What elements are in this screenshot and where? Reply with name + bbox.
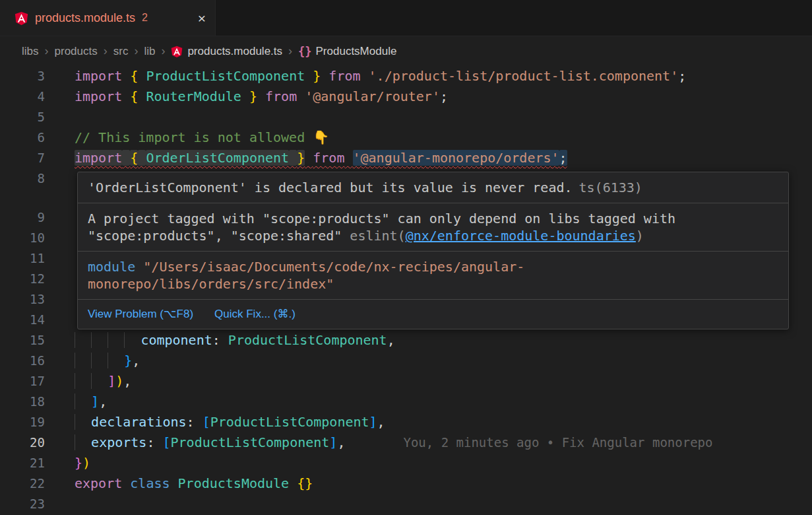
code-line[interactable]: 5 bbox=[0, 107, 812, 127]
code-content: ], bbox=[75, 392, 107, 412]
chevron-right-icon: › bbox=[161, 44, 165, 58]
code-line[interactable]: 7import { OrderListComponent } from '@an… bbox=[0, 148, 812, 168]
chevron-right-icon: › bbox=[134, 44, 138, 58]
code-content: declarations: [ProductListComponent], bbox=[75, 412, 385, 432]
code-token: // This import is not allowed bbox=[75, 129, 313, 145]
line-number[interactable]: 4 bbox=[0, 86, 45, 107]
line-number[interactable]: 7 bbox=[0, 148, 45, 168]
code-content: }, bbox=[75, 351, 140, 371]
code-token: ] bbox=[329, 434, 337, 450]
line-number[interactable]: 16 bbox=[0, 351, 45, 371]
code-line[interactable]: 4import { RouterModule } from '@angular/… bbox=[0, 86, 812, 107]
code-token: ) bbox=[82, 455, 90, 471]
code-content: export class ProductsModule {} bbox=[75, 473, 313, 494]
diagnostics-hover-popup: 'OrderListComponent' is declared but its… bbox=[77, 172, 789, 329]
module-info-line2: monorepo/libs/orders/src/index" bbox=[88, 275, 778, 292]
breadcrumb-item-lib[interactable]: lib bbox=[144, 45, 155, 58]
line-number[interactable]: 22 bbox=[0, 473, 45, 494]
code-token bbox=[122, 475, 130, 491]
indent-guide bbox=[108, 353, 124, 368]
line-number[interactable]: 18 bbox=[0, 392, 45, 412]
line-number[interactable]: 23 bbox=[0, 494, 45, 514]
module-quickinfo: module "/Users/isaac/Documents/code/nx-r… bbox=[78, 252, 788, 300]
editor[interactable]: 3import { ProductListComponent } from '.… bbox=[0, 66, 812, 515]
code-token: '@angular-monorepo/orders' bbox=[353, 150, 559, 166]
code-line[interactable]: 17 ]), bbox=[0, 371, 812, 392]
code-token: '@angular/router' bbox=[305, 88, 440, 104]
code-line[interactable]: 20 exports: [ProductListComponent],You, … bbox=[0, 432, 812, 453]
code-token: export bbox=[75, 475, 122, 491]
code-token: ] bbox=[91, 394, 99, 409]
tab-bar: products.module.ts 2 × bbox=[0, 0, 812, 36]
line-number[interactable]: 13 bbox=[0, 289, 45, 310]
code-token: component bbox=[141, 332, 212, 348]
line-number[interactable]: 19 bbox=[0, 412, 45, 432]
indent-guide bbox=[75, 394, 91, 409]
breadcrumb-item-symbol[interactable]: ProductsModule bbox=[316, 45, 397, 58]
line-number[interactable]: 6 bbox=[0, 127, 45, 148]
line-number[interactable]: 10 bbox=[0, 228, 45, 248]
line-number[interactable]: 5 bbox=[0, 107, 45, 127]
code-token: } bbox=[75, 455, 82, 471]
line-number[interactable]: 9 bbox=[0, 207, 45, 228]
code-token: : bbox=[187, 414, 203, 430]
code-token bbox=[170, 475, 178, 491]
code-content: // This import is not allowed 👇 bbox=[75, 127, 329, 148]
tab-title: products.module.ts bbox=[35, 11, 135, 25]
code-token bbox=[122, 68, 130, 84]
breadcrumb-item-src[interactable]: src bbox=[113, 45, 129, 58]
code-token: './product-list/product-list.component' bbox=[369, 68, 679, 84]
code-line[interactable]: 23 bbox=[0, 494, 812, 514]
eslint-rule-link[interactable]: @nx/enforce-module-boundaries bbox=[406, 228, 636, 244]
line-number[interactable]: 15 bbox=[0, 330, 45, 351]
breadcrumb-item-products[interactable]: products bbox=[55, 45, 98, 58]
line-number[interactable]: 12 bbox=[0, 269, 45, 289]
code-token: { bbox=[130, 88, 138, 104]
code-token: RouterModule bbox=[146, 88, 241, 104]
code-line[interactable]: 21}) bbox=[0, 453, 812, 473]
code-content: ]), bbox=[75, 371, 131, 392]
code-token bbox=[257, 88, 265, 104]
diagnostic-ts-unused: 'OrderListComponent' is declared but its… bbox=[78, 172, 788, 203]
view-problem-button[interactable]: View Problem (⌥F8) bbox=[88, 306, 193, 323]
tab-problem-count-badge: 2 bbox=[142, 12, 148, 24]
line-number[interactable]: 3 bbox=[0, 66, 45, 86]
code-token: ProductListComponent bbox=[228, 332, 387, 348]
breadcrumb-item-file[interactable]: products.module.ts bbox=[187, 45, 282, 58]
code-token: ] bbox=[369, 414, 377, 430]
code-line[interactable]: 15 component: ProductListComponent, bbox=[0, 330, 812, 351]
diagnostic-source-prefix: eslint( bbox=[350, 228, 405, 244]
code-token: , bbox=[132, 353, 140, 368]
code-token: } bbox=[305, 475, 313, 491]
quick-fix-button[interactable]: Quick Fix... (⌘.) bbox=[214, 306, 296, 323]
chevron-right-icon: › bbox=[45, 44, 49, 58]
code-line[interactable]: 19 declarations: [ProductListComponent], bbox=[0, 412, 812, 432]
line-number[interactable]: 8 bbox=[0, 168, 45, 189]
chevron-right-icon: › bbox=[104, 44, 108, 58]
code-token: } bbox=[249, 88, 257, 104]
code-token: ProductListComponent bbox=[146, 68, 305, 84]
line-number[interactable]: 14 bbox=[0, 310, 45, 330]
code-content: }) bbox=[75, 453, 90, 473]
breadcrumb-item-libs[interactable]: libs bbox=[22, 45, 39, 58]
code-line[interactable]: 16 }, bbox=[0, 351, 812, 371]
code-token: , bbox=[337, 434, 345, 450]
code-token bbox=[289, 150, 297, 166]
close-icon[interactable]: × bbox=[198, 11, 206, 25]
line-number[interactable]: 11 bbox=[0, 248, 45, 269]
code-line[interactable]: 6// This import is not allowed 👇 bbox=[0, 127, 812, 148]
code-line[interactable]: 22export class ProductsModule {} bbox=[0, 473, 812, 494]
tab-products-module[interactable]: products.module.ts 2 × bbox=[0, 0, 216, 36]
line-number[interactable]: 17 bbox=[0, 371, 45, 392]
code-line[interactable]: 3import { ProductListComponent } from '.… bbox=[0, 66, 812, 86]
indent-guide bbox=[75, 373, 91, 389]
diagnostic-source-suffix: ) bbox=[636, 228, 644, 244]
line-number[interactable]: 21 bbox=[0, 453, 45, 473]
indent-guide bbox=[91, 373, 108, 389]
module-path-part1: "/Users/isaac/Documents/code/nx-recipes/… bbox=[143, 259, 524, 275]
diagnostic-message: 'OrderListComponent' is declared but its… bbox=[88, 180, 573, 195]
code-token: ; bbox=[678, 68, 686, 84]
code-line[interactable]: 18 ], bbox=[0, 392, 812, 412]
code-token: ProductListComponent bbox=[171, 434, 330, 450]
line-number[interactable]: 20 bbox=[0, 432, 45, 453]
